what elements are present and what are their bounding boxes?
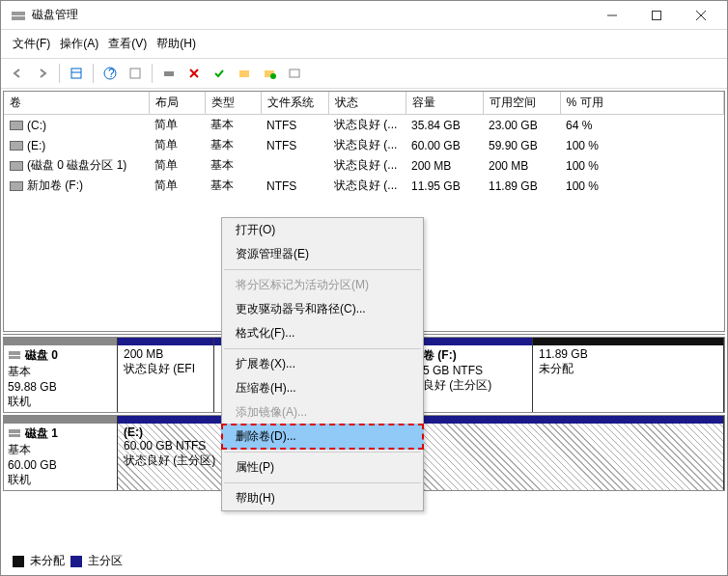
col-capacity[interactable]: 容量 (406, 92, 483, 115)
volume-icon (10, 161, 23, 171)
disk-icon (8, 348, 21, 363)
volume-icon (10, 121, 23, 130)
menubar: 文件(F) 操作(A) 查看(V) 帮助(H) (1, 30, 727, 59)
check-button[interactable] (209, 63, 230, 84)
context-menu: 打开(O) 资源管理器(E) 将分区标记为活动分区(M) 更改驱动器号和路径(C… (221, 217, 424, 511)
toolbar: ? (1, 59, 727, 89)
menu-view[interactable]: 查看(V) (104, 34, 151, 54)
disk-icon (8, 426, 21, 441)
menu-help[interactable]: 帮助(H) (222, 486, 423, 510)
col-pct[interactable]: % 可用 (560, 92, 724, 115)
separator (224, 452, 421, 453)
menu-format[interactable]: 格式化(F)... (222, 321, 423, 345)
disk-0-partition-f[interactable]: 卷 (F:) 5 GB NTFS 良好 (主分区) (417, 338, 533, 412)
app-icon (11, 8, 26, 23)
separator (152, 64, 153, 83)
volume-icon (10, 141, 23, 151)
svg-point-16 (270, 73, 276, 79)
close-button[interactable] (679, 2, 723, 29)
disk-0-unallocated[interactable]: 11.89 GB 未分配 (533, 338, 724, 412)
maximize-button[interactable] (634, 2, 679, 29)
svg-rect-11 (164, 71, 174, 76)
menu-explorer[interactable]: 资源管理器(E) (222, 242, 423, 266)
delete-button[interactable] (183, 63, 205, 84)
svg-rect-19 (9, 356, 20, 359)
disk-0-partition-efi[interactable]: 200 MB 状态良好 (EFI (118, 338, 214, 412)
minimize-button[interactable] (590, 2, 634, 29)
menu-extend[interactable]: 扩展卷(X)... (222, 352, 423, 376)
svg-text:?: ? (108, 67, 115, 80)
menu-mark-active: 将分区标记为活动分区(M) (222, 273, 423, 297)
menu-open[interactable]: 打开(O) (222, 218, 423, 242)
help-button[interactable]: ? (99, 63, 121, 84)
separator (93, 64, 94, 83)
menu-properties[interactable]: 属性(P) (222, 455, 423, 480)
svg-rect-1 (12, 16, 25, 20)
disk-1-header[interactable]: 磁盘 1 基本 60.00 GB 联机 (4, 416, 118, 490)
col-layout[interactable]: 布局 (149, 92, 205, 115)
table-row[interactable]: (磁盘 0 磁盘分区 1)简单基本状态良好 (...200 MB200 MB10… (4, 155, 724, 176)
show-button[interactable] (125, 63, 146, 84)
menu-help[interactable]: 帮助(H) (153, 34, 200, 54)
col-volume[interactable]: 卷 (4, 92, 149, 115)
svg-rect-6 (71, 69, 81, 78)
legend-unallocated-swatch (13, 556, 24, 567)
separator (224, 348, 421, 349)
table-row[interactable]: (E:)简单基本NTFS状态良好 (...60.00 GB59.90 GB100… (4, 135, 724, 155)
legend: 未分配 主分区 (7, 549, 128, 573)
table-row[interactable]: 新加卷 (F:)简单基本NTFS状态良好 (...11.95 GB11.89 G… (4, 176, 724, 196)
svg-rect-18 (9, 351, 20, 355)
separator (224, 269, 421, 270)
menu-change-drive[interactable]: 更改驱动器号和路径(C)... (222, 297, 423, 321)
svg-rect-17 (290, 69, 299, 77)
forward-button[interactable] (32, 63, 53, 84)
folder-button[interactable] (234, 63, 255, 84)
svg-rect-14 (239, 70, 249, 77)
detach-button[interactable] (284, 63, 305, 84)
window-title: 磁盘管理 (32, 7, 590, 23)
svg-rect-3 (653, 11, 661, 19)
col-free[interactable]: 可用空间 (483, 92, 560, 115)
col-type[interactable]: 类型 (205, 92, 261, 115)
menu-mirror: 添加镜像(A)... (222, 400, 423, 425)
titlebar: 磁盘管理 (1, 1, 727, 30)
col-fs[interactable]: 文件系统 (261, 92, 328, 115)
attach-button[interactable] (259, 63, 280, 84)
svg-rect-21 (9, 434, 20, 437)
menu-delete-volume[interactable]: 删除卷(D)... (221, 424, 424, 450)
separator (224, 482, 421, 483)
menu-action[interactable]: 操作(A) (56, 34, 102, 54)
refresh-button[interactable] (158, 63, 180, 84)
svg-rect-0 (12, 12, 25, 15)
view-button[interactable] (66, 63, 87, 84)
svg-rect-20 (9, 429, 20, 433)
col-status[interactable]: 状态 (328, 92, 406, 115)
menu-shrink[interactable]: 压缩卷(H)... (222, 376, 423, 400)
table-row[interactable]: (C:)简单基本NTFS状态良好 (...35.84 GB23.00 GB64 … (4, 115, 724, 136)
volume-icon (10, 181, 23, 191)
menu-file[interactable]: 文件(F) (9, 34, 54, 54)
separator (59, 64, 60, 83)
svg-rect-10 (130, 69, 140, 78)
legend-primary-swatch (70, 556, 82, 567)
back-button[interactable] (7, 63, 28, 84)
disk-0-header[interactable]: 磁盘 0 基本 59.88 GB 联机 (4, 338, 118, 412)
